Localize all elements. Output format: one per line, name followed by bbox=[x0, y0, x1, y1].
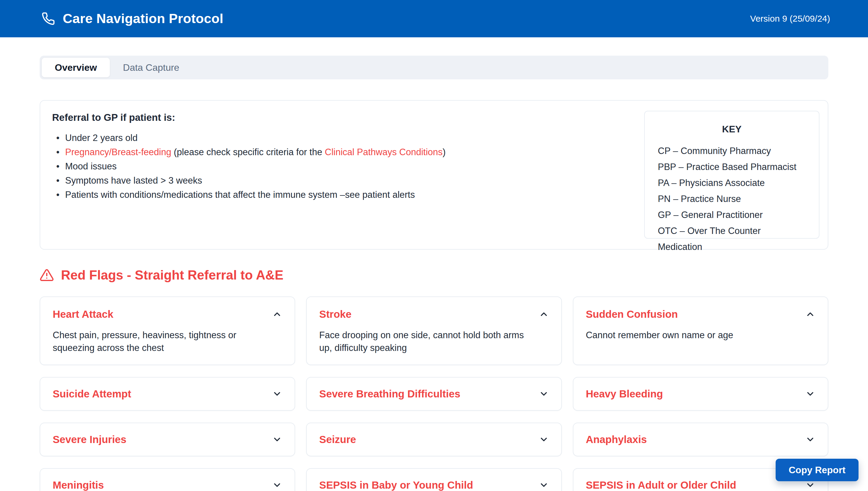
chevron-up-icon[interactable] bbox=[539, 309, 549, 319]
key-item: GP – General Practitioner bbox=[658, 207, 806, 223]
pregnancy-highlight: Pregnancy/Breast-feeding bbox=[65, 147, 171, 157]
flag-card-body: Cannot remember own name or age bbox=[586, 329, 815, 342]
red-flag-card-sepsis-baby[interactable]: SEPSIS in Baby or Young Child bbox=[306, 468, 562, 491]
key-title: KEY bbox=[658, 124, 806, 135]
key-item: CP – Community Pharmacy bbox=[658, 143, 806, 159]
flag-card-header: Heart Attack bbox=[53, 308, 282, 320]
flag-card-header: Stroke bbox=[319, 308, 548, 320]
flag-card-title: Sudden Confusion bbox=[586, 308, 678, 320]
tab-data-capture[interactable]: Data Capture bbox=[110, 58, 192, 77]
tab-bar: Overview Data Capture bbox=[40, 56, 828, 79]
referral-card: Referral to GP if patient is: Under 2 ye… bbox=[40, 100, 828, 250]
chevron-down-icon[interactable] bbox=[805, 434, 815, 444]
chevron-down-icon[interactable] bbox=[272, 389, 282, 399]
chevron-down-icon[interactable] bbox=[805, 389, 815, 399]
flag-card-title: Severe Breathing Difficulties bbox=[319, 388, 460, 400]
referral-item-text: Mood issues bbox=[65, 161, 117, 171]
red-flag-card-suicide-attempt[interactable]: Suicide Attempt bbox=[40, 377, 295, 411]
flag-card-title: SEPSIS in Baby or Young Child bbox=[319, 479, 473, 491]
red-flags-title: Red Flags - Straight Referral to A&E bbox=[61, 268, 283, 283]
flag-card-title: Suicide Attempt bbox=[53, 388, 131, 400]
flag-card-header: Sudden Confusion bbox=[586, 308, 815, 320]
main-content: Overview Data Capture Referral to GP if … bbox=[40, 56, 828, 491]
flag-card-body: Face drooping on one side, cannot hold b… bbox=[319, 329, 548, 354]
flag-card-title: Severe Injuries bbox=[53, 434, 126, 445]
key-item: PA – Physicians Associate bbox=[658, 175, 806, 191]
app-header: Care Navigation Protocol Version 9 (25/0… bbox=[0, 0, 868, 37]
red-flag-card-severe-breathing[interactable]: Severe Breathing Difficulties bbox=[306, 377, 562, 411]
flag-card-body: Chest pain, pressure, heaviness, tightne… bbox=[53, 329, 282, 354]
red-flag-card-sudden-confusion[interactable]: Sudden Confusion Cannot remember own nam… bbox=[573, 296, 828, 365]
key-item: PBP – Practice Based Pharmacist bbox=[658, 159, 806, 175]
red-flag-card-seizure[interactable]: Seizure bbox=[306, 423, 562, 456]
chevron-down-icon[interactable] bbox=[272, 480, 282, 490]
red-flag-card-heart-attack[interactable]: Heart Attack Chest pain, pressure, heavi… bbox=[40, 296, 295, 365]
flag-card-title: Meningitis bbox=[53, 479, 104, 491]
chevron-up-icon[interactable] bbox=[272, 309, 282, 319]
red-flag-card-stroke[interactable]: Stroke Face drooping on one side, cannot… bbox=[306, 296, 562, 365]
red-flag-card-heavy-bleeding[interactable]: Heavy Bleeding bbox=[573, 377, 828, 411]
chevron-down-icon[interactable] bbox=[272, 434, 282, 444]
key-item: PN – Practice Nurse bbox=[658, 191, 806, 207]
red-flags-heading: Red Flags - Straight Referral to A&E bbox=[40, 267, 828, 283]
copy-report-button[interactable]: Copy Report bbox=[776, 459, 859, 481]
chevron-up-icon[interactable] bbox=[805, 309, 815, 319]
chevron-down-icon[interactable] bbox=[539, 480, 549, 490]
referral-item-text: Patients with conditions/medications tha… bbox=[65, 190, 415, 200]
flag-card-title: Heart Attack bbox=[53, 308, 113, 320]
version-label: Version 9 (25/09/24) bbox=[750, 13, 830, 24]
phone-icon bbox=[41, 12, 55, 26]
chevron-down-icon[interactable] bbox=[805, 480, 815, 490]
key-item: OTC – Over The Counter Medication bbox=[658, 223, 806, 255]
red-flags-grid: Heart Attack Chest pain, pressure, heavi… bbox=[40, 296, 828, 491]
referral-item-text: Symptoms have lasted > 3 weeks bbox=[65, 175, 202, 186]
alert-triangle-icon bbox=[40, 268, 54, 282]
flag-card-title: Seizure bbox=[319, 434, 356, 445]
flag-card-title: Stroke bbox=[319, 308, 351, 320]
clinical-pathways-link[interactable]: Clinical Pathways Conditions bbox=[325, 147, 443, 157]
referral-item-text: (please check specific criteria for the bbox=[171, 147, 325, 157]
key-box: KEY CP – Community Pharmacy PBP – Practi… bbox=[644, 111, 819, 239]
red-flag-card-severe-injuries[interactable]: Severe Injuries bbox=[40, 423, 295, 456]
red-flag-card-anaphylaxis[interactable]: Anaphylaxis bbox=[573, 423, 828, 456]
referral-item-text: ) bbox=[443, 147, 446, 157]
referral-item-text: Under 2 years old bbox=[65, 133, 138, 143]
tab-overview[interactable]: Overview bbox=[42, 58, 110, 77]
flag-card-title: SEPSIS in Adult or Older Child bbox=[586, 479, 736, 491]
flag-card-title: Anaphylaxis bbox=[586, 434, 647, 445]
page-title: Care Navigation Protocol bbox=[63, 11, 223, 26]
header-brand: Care Navigation Protocol bbox=[41, 11, 223, 26]
chevron-down-icon[interactable] bbox=[539, 389, 549, 399]
key-list: CP – Community Pharmacy PBP – Practice B… bbox=[658, 143, 806, 255]
chevron-down-icon[interactable] bbox=[539, 434, 549, 444]
flag-card-title: Heavy Bleeding bbox=[586, 388, 663, 400]
red-flag-card-meningitis[interactable]: Meningitis bbox=[40, 468, 295, 491]
